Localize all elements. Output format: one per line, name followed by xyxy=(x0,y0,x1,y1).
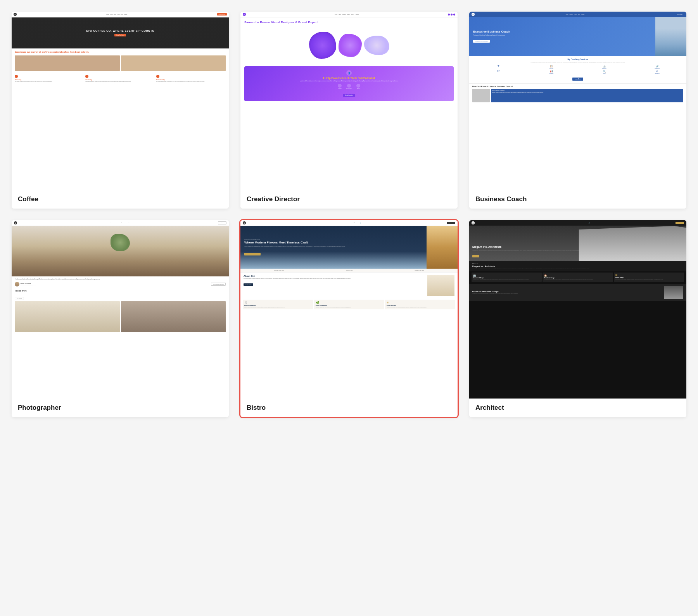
arch-preview: D Home Portfolio Services Project Blog O… xyxy=(469,220,686,399)
coach-preview: D Home Services About Blog Contact Get I… xyxy=(469,12,686,190)
arch-service-title-3: Interior Design xyxy=(615,277,682,278)
bistro-info-2: 12/04/04 2025 xyxy=(346,270,352,271)
arch-about-text: Elegant Inc. Architects is a premier des… xyxy=(472,268,683,270)
coach-nav-link: Home xyxy=(566,14,568,15)
coach-nav-btn: Get In Touch xyxy=(676,13,684,16)
coach-services: My Coaching Services As an Executive Bus… xyxy=(469,56,686,83)
creative-avatar-icon: 👤 xyxy=(348,72,351,74)
bistro-food-icon: 🍴 xyxy=(244,301,311,304)
arch-interior-icon: 🏛 xyxy=(615,274,682,276)
nav-link: Shop xyxy=(123,223,125,224)
arch-nav-link: Office xyxy=(581,223,583,224)
arch-label: Architect xyxy=(469,399,686,417)
arch-commercial-icon: 🏢 xyxy=(473,274,540,277)
arch-nav-link: Project xyxy=(574,223,577,224)
bistro-about: About Divi The current menu at Divi is f… xyxy=(240,273,458,299)
nav-link: Sitemap 🔗 xyxy=(356,223,361,224)
creative-nav-dots xyxy=(448,14,455,16)
bistro-feature-1: 🍴 Food Reimagined From the classic to th… xyxy=(243,300,313,309)
coach-hero-subtitle: Professional Coaching For Business Owner… xyxy=(473,35,682,36)
photo-bio: I'm obsessed with telling stories throug… xyxy=(12,276,229,288)
coach-icon-visioning: 👁 Visioning xyxy=(472,65,525,69)
nav-link: Blog xyxy=(121,14,123,15)
arch-about: ABOUT US Elegant Inc. Architects Elegant… xyxy=(469,261,686,271)
coffee-section: Experience our journey of crafting excep… xyxy=(12,48,229,73)
coach-bottom: How Do I Know If I Need a Business Coach… xyxy=(469,83,686,104)
nav-link: Contact ▾ xyxy=(351,223,355,224)
creative-cta-btn: Book Samples xyxy=(343,94,355,97)
bistro-desc: At Divi, contemporary cuisine with an in… xyxy=(244,246,454,247)
coffee-feature-title-2: Sourcing xyxy=(85,79,155,81)
coach-bottom-text-block: What Is Business Coaching? Business coac… xyxy=(491,89,683,102)
nav-link: Portfolio xyxy=(342,14,346,15)
coach-nav-link: Services xyxy=(569,14,573,15)
arch-service-1: 🏢 Commercial Design At Elegant Inc, our … xyxy=(472,273,542,282)
coffee-nav-btn: Shop The Store xyxy=(217,13,227,16)
card-coffee[interactable]: D Home About Menu Shop Blog Contact Shop… xyxy=(12,12,229,209)
coffee-hero-btn: Shop The Store xyxy=(114,34,126,36)
nav-dot-3 xyxy=(453,14,455,16)
nav-link: Project xyxy=(347,14,350,15)
nav-link: Contact xyxy=(124,14,128,15)
nav-link: About xyxy=(339,14,341,15)
creative-hero: Samantha Bowen Visual Designer & Brand E… xyxy=(240,17,458,26)
photo-label: Photographer xyxy=(12,399,229,417)
photo-plant xyxy=(111,234,130,251)
coach-icons-grid-2: 🏷 Branding 📢 Marketing 🔍 Hiring ⚙ Operat… xyxy=(472,70,683,74)
photo-avatar-info: Hello! I'm Olivia Professional Photograp… xyxy=(15,282,36,286)
arch-nav-link: Home xyxy=(560,223,563,224)
photo-profile-btn: My Photography Portfolio xyxy=(211,283,226,286)
card-bistro[interactable]: D Landing Hook Gallery Menu Blog Contact… xyxy=(240,220,458,417)
bistro-info-3: Weekdays 9am - 8pm xyxy=(415,270,424,271)
nav-dot-1 xyxy=(448,14,450,16)
card-creative-director[interactable]: D Home About Portfolio Project Shop ▾ Co… xyxy=(240,12,458,209)
arch-service-title-1: Commercial Design xyxy=(473,277,540,279)
card-business-coach[interactable]: D Home Services About Blog Contact Get I… xyxy=(469,12,686,209)
bistro-info-bar: Open Daily 5am - 11pm 12/04/04 2025 Week… xyxy=(240,269,458,273)
bistro-feature-title-3: Daily Specials xyxy=(387,305,454,306)
photo-avatar xyxy=(15,282,19,286)
coach-service-5: Branding xyxy=(496,72,500,74)
bistro-feature-text-3: Something new every day. Our restaurant … xyxy=(387,307,454,308)
arch-urban-desc: At Elegant Inc, we are recognized expert… xyxy=(472,293,662,294)
photo-grid xyxy=(15,301,226,332)
coach-icons-grid-1: 👁 Visioning 📋 Planning 🔬 Research 🔗 Netw… xyxy=(472,65,683,69)
coach-logo: D xyxy=(472,13,475,16)
creative-icon-1: Creative xyxy=(338,84,342,89)
nav-link: Landing xyxy=(332,223,335,224)
nav-link: Blog ▾ xyxy=(119,223,122,224)
arch-hero-text: Anthony Tobias Elegant Inc. Architects A… xyxy=(469,240,686,261)
coach-icon-sym-6: 📢 xyxy=(525,70,578,72)
arch-services: 🏢 Commercial Design At Elegant Inc, our … xyxy=(469,271,686,283)
coach-hero-text: Executive Business Coach Professional Co… xyxy=(473,30,682,43)
creative-icon-label-1: Creative xyxy=(338,88,341,89)
bistro-hero: GOOD FOOD FOR GENERATIONS Where Modern F… xyxy=(240,226,458,269)
blob-3 xyxy=(364,36,389,55)
card-architect[interactable]: D Home Portfolio Services Project Blog O… xyxy=(469,220,686,417)
coffee-community-icon xyxy=(156,75,159,78)
bistro-about-img xyxy=(427,275,454,296)
coach-icon-networking: 🔗 Networking xyxy=(631,65,684,69)
creative-preview: D Home About Portfolio Project Shop ▾ Co… xyxy=(240,12,458,190)
coffee-features: Roasting We Coffee are perfectionists en… xyxy=(12,73,229,84)
creative-icon-label-2: Photography xyxy=(346,88,352,89)
nav-link: Home xyxy=(105,223,108,224)
card-photographer[interactable]: D Home Portfolio Collection Blog ▾ Shop … xyxy=(12,220,229,417)
coffee-nav-links: Home About Menu Shop Blog Contact xyxy=(106,14,127,15)
coach-nav-link: About xyxy=(574,14,577,15)
coach-nav-link: Contact xyxy=(581,14,585,15)
photo-hero xyxy=(12,226,229,276)
photo-work: Recent Work Full Portfolio xyxy=(12,288,229,333)
arch-nav-links: Home Portfolio Services Project Blog Off… xyxy=(560,223,590,224)
photo-avatar-row: Hello! I'm Olivia Professional Photograp… xyxy=(15,282,226,286)
coach-bottom-title: How Do I Know If I Need a Business Coach… xyxy=(472,85,683,88)
coach-icon-hiring: 🔍 Hiring xyxy=(578,70,631,74)
arch-about-label: ABOUT US xyxy=(472,263,683,264)
coach-service-3: Research xyxy=(602,68,606,69)
photo-recent-1 xyxy=(15,301,120,332)
coach-hero-btn: Schedule a Free Consultation xyxy=(473,40,490,43)
creative-label: Creative Director xyxy=(240,190,458,209)
arch-about-company: Elegant Inc. Architects xyxy=(472,265,683,267)
coffee-preview: D Home About Menu Shop Blog Contact Shop… xyxy=(12,12,229,190)
bistro-nav: D Landing Hook Gallery Menu Blog Contact… xyxy=(240,220,458,226)
